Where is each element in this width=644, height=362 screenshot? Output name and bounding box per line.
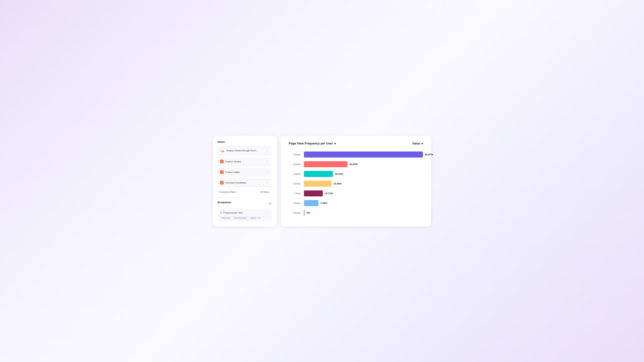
- bar-value: 0%: [306, 212, 310, 214]
- bar-row: 1 time10.71%: [289, 190, 423, 196]
- step-3-badge: 3: [220, 181, 224, 185]
- bar-value: 66.67%: [425, 153, 433, 156]
- breakdown-item: ⊕ Frequency per User ⋮ Page View Between…: [218, 209, 272, 222]
- bar-fill: [304, 181, 332, 187]
- conversion-rate-btn[interactable]: Conversion Rate ▾: [218, 190, 238, 194]
- bar-label: 0 times: [289, 202, 300, 204]
- bar-label: 4 times: [289, 173, 300, 175]
- bar-label: 1 time: [289, 192, 300, 195]
- bar-label: 3 times: [289, 163, 300, 166]
- metric-section-title: Metric: [218, 140, 272, 143]
- breakdown-tag-steps: Step 1 → 2: [249, 216, 261, 219]
- divider: [218, 197, 272, 198]
- bar-row: 6 times0%: [289, 210, 423, 216]
- step-2-card[interactable]: 2 Product Added ⋮: [218, 168, 272, 177]
- bar-rows: 5 times66.67%3 times24.04%4 times16.13%2…: [289, 151, 423, 216]
- bar-value: 10.71%: [325, 192, 333, 195]
- step-2-label: Product Added: [226, 171, 240, 173]
- chart-value-text: Value: [412, 142, 420, 145]
- breakdown-more[interactable]: ⋮: [265, 211, 270, 215]
- bar-label: 5 times: [289, 153, 300, 156]
- breakdown-tags: Page View Between Steps Step 1 → 2: [220, 216, 270, 219]
- step-1-label: Product Viewed: [226, 160, 241, 163]
- bar-value: 16.13%: [335, 173, 343, 175]
- bar-row: 5 times66.67%: [289, 151, 423, 158]
- conversion-rate-chevron: ▾: [236, 191, 237, 193]
- step-1-badge: 1: [220, 160, 224, 163]
- step-2-badge: 2: [220, 170, 224, 174]
- add-breakdown-btn[interactable]: +: [268, 201, 272, 205]
- metric-section: Metric Product Viewed through Purch... ⋮: [218, 140, 272, 194]
- step-1-card[interactable]: 1 Product Viewed ⋮: [218, 157, 272, 166]
- step-3-label: Purchase Completed: [226, 182, 246, 184]
- bar-fill: [304, 171, 333, 177]
- bar-value: 15.06%: [334, 182, 342, 185]
- bar-fill: [304, 210, 304, 216]
- all-steps-chevron: ▾: [270, 191, 270, 193]
- chart-title-chevron: ▾: [334, 142, 336, 145]
- right-panel: Page View Frequency per User ▾ Value ▾ 5…: [281, 136, 431, 226]
- breakdown-tag-pageview: Page View: [220, 216, 232, 219]
- breakdown-section: Breakdown + ⊕ Frequency per User ⋮ Page …: [218, 201, 272, 222]
- bar-row: 2 times15.06%: [289, 181, 423, 187]
- all-steps-btn[interactable]: All Steps ▾: [259, 190, 272, 194]
- bar-row: 4 times16.13%: [289, 171, 423, 177]
- page-container: Metric Product Viewed through Purch... ⋮: [213, 136, 431, 226]
- step-3-more[interactable]: ⋮: [265, 181, 270, 185]
- chart-value-btn[interactable]: Value ▾: [412, 142, 423, 145]
- bar-row: 3 times24.04%: [289, 161, 423, 167]
- main-metric-more[interactable]: ⋮: [265, 149, 270, 152]
- left-panel: Metric Product Viewed through Purch... ⋮: [213, 136, 277, 226]
- breakdown-item-label: Frequency per User: [224, 212, 243, 214]
- step-1-more[interactable]: ⋮: [265, 160, 270, 164]
- chart-header: Page View Frequency per User ▾ Value ▾: [289, 142, 423, 145]
- bar-fill: [304, 190, 323, 196]
- bar-chart-icon: [220, 148, 225, 153]
- step-3-card[interactable]: 3 Purchase Completed ⋮: [218, 178, 272, 187]
- breakdown-header: Breakdown +: [218, 201, 272, 206]
- bar-fill: [304, 161, 348, 167]
- breakdown-hash-icon: ⊕: [220, 211, 222, 214]
- breakdown-tag-between: Between Steps: [233, 216, 248, 219]
- step-2-more[interactable]: ⋮: [265, 170, 270, 174]
- bar-value: 24.04%: [350, 163, 358, 166]
- main-metric-label: Product Viewed through Purch...: [226, 149, 258, 152]
- bar-value: 7.85%: [320, 202, 327, 204]
- bar-fill: [304, 200, 318, 206]
- chart-title-text: Page View Frequency per User: [289, 142, 333, 145]
- breakdown-title: Breakdown: [218, 201, 231, 204]
- chart-title-btn[interactable]: Page View Frequency per User ▾: [289, 142, 336, 145]
- bar-label: 2 times: [289, 182, 300, 185]
- controls-row: Conversion Rate ▾ All Steps ▾: [218, 190, 272, 194]
- bar-label: 6 times: [289, 212, 300, 214]
- bar-fill: [304, 151, 423, 158]
- bar-row: 0 times7.85%: [289, 200, 423, 206]
- main-metric-card[interactable]: Product Viewed through Purch... ⋮: [218, 146, 272, 156]
- chart-value-chevron: ▾: [422, 142, 423, 145]
